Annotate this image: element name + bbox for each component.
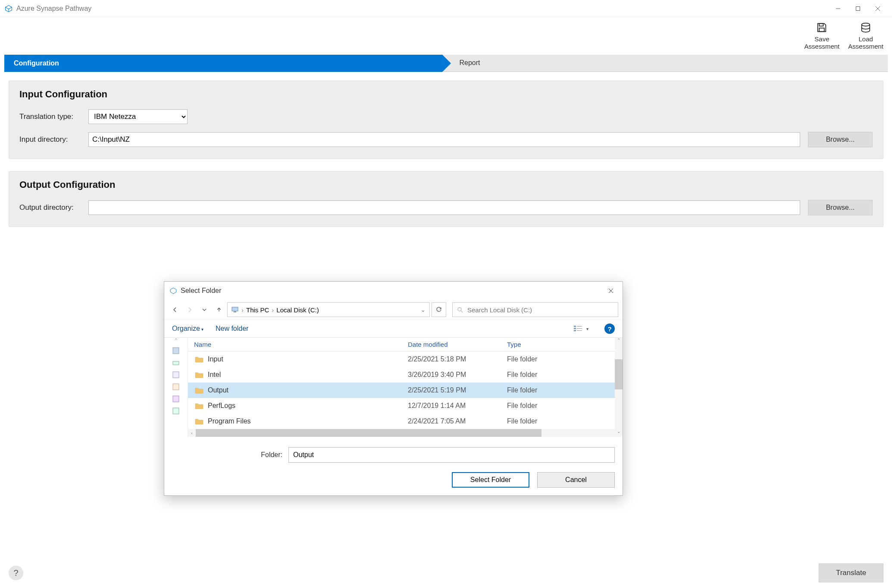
svg-point-8	[862, 23, 870, 26]
select-folder-dialog: Select Folder › This PC › Local Disk (C:…	[164, 281, 623, 496]
folder-name: Output	[208, 386, 228, 394]
svg-marker-9	[170, 288, 176, 294]
translate-button[interactable]: Translate	[819, 563, 883, 582]
svg-rect-22	[173, 348, 179, 354]
search-icon	[457, 307, 463, 313]
view-options-button[interactable]	[573, 324, 584, 333]
window-title: Azure Synapse Pathway	[16, 5, 91, 12]
quickaccess-icon	[172, 347, 180, 355]
folder-row[interactable]: Input2/25/2021 5:18 PMFile folder	[188, 352, 623, 367]
nav-forward-button[interactable]	[183, 303, 196, 316]
folder-row[interactable]: Program Files2/24/2021 7:05 AMFile folde…	[188, 414, 623, 429]
input-configuration-panel: Input Configuration Translation type: IB…	[9, 81, 883, 159]
select-folder-button[interactable]: Select Folder	[452, 472, 529, 488]
nav-recent-dropdown[interactable]	[198, 303, 211, 316]
input-directory-field[interactable]	[88, 132, 800, 147]
drive-icon	[172, 359, 180, 367]
tab-report[interactable]: Report	[442, 55, 888, 72]
chevron-down-icon[interactable]: ⌄	[420, 306, 426, 314]
column-name[interactable]: Name	[188, 341, 408, 348]
main-toolbar: SaveAssessment LoadAssessment	[0, 17, 892, 55]
folder-row[interactable]: Output2/25/2021 5:19 PMFile folder	[188, 383, 623, 398]
dialog-title-bar: Select Folder	[164, 282, 623, 300]
dialog-body: ⌃ Name Date modified Type Input2/25/2021…	[164, 337, 623, 437]
save-assessment-button[interactable]: SaveAssessment	[804, 22, 840, 50]
svg-rect-16	[574, 326, 576, 327]
folder-type: File folder	[507, 371, 623, 379]
cancel-button[interactable]: Cancel	[537, 472, 615, 488]
load-assessment-label: LoadAssessment	[848, 35, 883, 50]
folder-type: File folder	[507, 402, 623, 410]
dialog-footer: Folder: Select Folder Cancel	[164, 437, 623, 495]
translation-type-label: Translation type:	[19, 112, 88, 121]
folder-type: File folder	[507, 417, 623, 425]
svg-rect-7	[820, 28, 825, 31]
horizontal-scrollbar[interactable]: ‹›	[188, 429, 623, 437]
help-button[interactable]: ?	[9, 566, 23, 580]
folder-field-label: Folder:	[172, 451, 288, 459]
search-box[interactable]	[452, 302, 618, 317]
dialog-address-bar: › This PC › Local Disk (C:) ⌄	[164, 300, 623, 320]
breadcrumb-this-pc[interactable]: This PC	[246, 306, 269, 314]
navigation-pane[interactable]: ⌃	[164, 338, 188, 437]
input-browse-button[interactable]: Browse...	[808, 132, 873, 147]
minimize-button[interactable]	[828, 2, 848, 15]
output-configuration-panel: Output Configuration Output directory: B…	[9, 171, 883, 227]
chevron-right-icon: ›	[241, 306, 244, 314]
close-button[interactable]	[868, 2, 888, 15]
search-input[interactable]	[467, 306, 613, 314]
column-type[interactable]: Type	[507, 341, 623, 348]
view-dropdown-icon[interactable]: ▾	[586, 327, 592, 331]
svg-rect-12	[232, 307, 238, 311]
tab-configuration[interactable]: Configuration	[4, 55, 442, 72]
folder-icon	[195, 356, 203, 363]
svg-point-14	[458, 308, 461, 311]
nav-item-icon	[172, 395, 180, 403]
load-icon	[860, 22, 872, 34]
svg-rect-17	[577, 326, 582, 327]
organize-menu[interactable]: Organize▾	[172, 325, 203, 333]
nav-item-icon	[172, 383, 180, 391]
folder-date: 2/25/2021 5:18 PM	[408, 355, 507, 363]
dialog-help-button[interactable]: ?	[604, 324, 615, 334]
folder-row[interactable]: PerfLogs12/7/2019 1:14 AMFile folder	[188, 398, 623, 414]
load-assessment-button[interactable]: LoadAssessment	[848, 22, 883, 50]
file-rows: Input2/25/2021 5:18 PMFile folderIntel3/…	[188, 352, 623, 429]
svg-rect-18	[574, 328, 576, 329]
file-list-area: Name Date modified Type Input2/25/2021 5…	[188, 338, 623, 437]
folder-row[interactable]: Intel3/26/2019 3:40 PMFile folder	[188, 367, 623, 383]
new-folder-button[interactable]: New folder	[216, 325, 248, 333]
breadcrumb-bar[interactable]: › This PC › Local Disk (C:) ⌄	[227, 302, 430, 317]
dialog-app-icon	[169, 287, 177, 295]
wizard-tabs: Configuration Report	[4, 55, 888, 72]
vertical-scrollbar[interactable]: ⌃⌄	[615, 338, 623, 437]
svg-rect-27	[173, 408, 179, 414]
folder-name: Program Files	[208, 417, 251, 425]
refresh-button[interactable]	[432, 302, 446, 317]
translation-type-select[interactable]: IBM Netezza	[88, 109, 188, 124]
output-directory-field[interactable]	[88, 200, 800, 215]
file-list-header[interactable]: Name Date modified Type	[188, 338, 623, 352]
breadcrumb-local-disk[interactable]: Local Disk (C:)	[276, 306, 319, 314]
folder-icon	[195, 402, 203, 409]
output-browse-button[interactable]: Browse...	[808, 200, 873, 215]
output-directory-label: Output directory:	[19, 203, 88, 212]
svg-line-15	[461, 311, 463, 312]
nav-item-icon	[172, 407, 180, 415]
chevron-right-icon: ›	[271, 306, 275, 314]
nav-back-button[interactable]	[169, 303, 182, 316]
column-date-modified[interactable]: Date modified	[408, 341, 507, 348]
content-area: Input Configuration Translation type: IB…	[0, 72, 892, 227]
save-assessment-label: SaveAssessment	[804, 35, 840, 50]
svg-rect-19	[577, 328, 582, 329]
details-view-icon	[573, 325, 583, 333]
folder-name-input[interactable]	[288, 447, 615, 463]
folder-icon	[195, 418, 203, 425]
nav-up-button[interactable]	[213, 303, 225, 316]
folder-type: File folder	[507, 355, 623, 363]
maximize-button[interactable]	[848, 2, 868, 15]
folder-name: PerfLogs	[208, 402, 235, 410]
svg-rect-24	[173, 372, 179, 378]
footer-bar: ? Translate	[0, 558, 892, 588]
dialog-close-button[interactable]	[604, 284, 617, 297]
